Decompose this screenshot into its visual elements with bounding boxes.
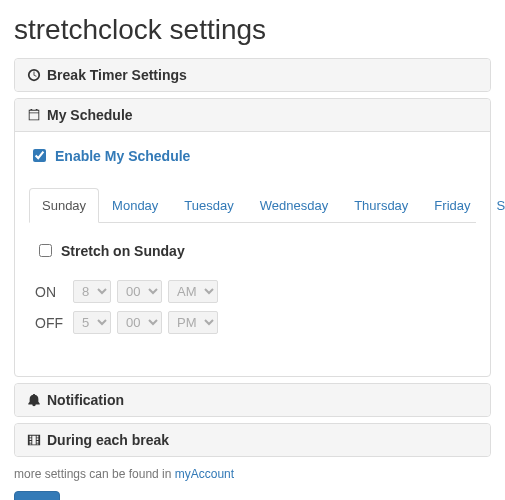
tab-tuesday[interactable]: Tuesday — [171, 188, 246, 223]
off-minute-select[interactable]: 00 — [117, 311, 162, 334]
enable-my-schedule-row[interactable]: Enable My Schedule — [29, 146, 476, 165]
panel-heading-during-break[interactable]: During each break — [15, 424, 490, 456]
panel-heading-my-schedule[interactable]: My Schedule — [15, 99, 490, 132]
ok-button[interactable]: OK — [14, 491, 60, 500]
on-label: ON — [35, 284, 67, 300]
panel-my-schedule: My Schedule Enable My Schedule Sunday Mo… — [14, 98, 491, 377]
panel-title-during-break: During each break — [47, 432, 169, 448]
panel-title-my-schedule: My Schedule — [47, 107, 133, 123]
stretch-on-day-checkbox[interactable] — [39, 244, 52, 257]
tab-sunday[interactable]: Sunday — [29, 188, 99, 223]
tab-monday[interactable]: Monday — [99, 188, 171, 223]
panel-break-timer: Break Timer Settings — [14, 58, 491, 92]
on-period-select[interactable]: AM — [168, 280, 218, 303]
footer-note-prefix: more settings can be found in — [14, 467, 175, 481]
enable-my-schedule-checkbox[interactable] — [33, 149, 46, 162]
panel-body-my-schedule: Enable My Schedule Sunday Monday Tuesday… — [15, 132, 490, 376]
tab-friday[interactable]: Friday — [421, 188, 483, 223]
tab-thursday[interactable]: Thursday — [341, 188, 421, 223]
panel-title-notification: Notification — [47, 392, 124, 408]
clock-icon — [27, 68, 41, 82]
off-hour-select[interactable]: 5 — [73, 311, 111, 334]
tab-saturday[interactable]: Saturday — [483, 188, 505, 223]
panel-title-break-timer: Break Timer Settings — [47, 67, 187, 83]
off-time-row: OFF 5 00 PM — [35, 311, 470, 334]
tab-wednesday[interactable]: Wednesday — [247, 188, 341, 223]
tab-content-sunday: Stretch on Sunday ON 8 00 AM OFF 5 00 PM — [29, 237, 476, 362]
panel-heading-notification[interactable]: Notification — [15, 384, 490, 416]
day-tabs: Sunday Monday Tuesday Wednesday Thursday… — [29, 187, 476, 223]
stretch-on-day-label: Stretch on Sunday — [61, 243, 185, 259]
page-title: stretchclock settings — [14, 14, 491, 46]
calendar-icon — [27, 108, 41, 122]
panel-notification: Notification — [14, 383, 491, 417]
on-time-row: ON 8 00 AM — [35, 280, 470, 303]
panel-during-break: During each break — [14, 423, 491, 457]
bell-icon — [27, 393, 41, 407]
footer-note: more settings can be found in myAccount — [14, 467, 491, 481]
on-hour-select[interactable]: 8 — [73, 280, 111, 303]
my-account-link[interactable]: myAccount — [175, 467, 234, 481]
film-icon — [27, 433, 41, 447]
panel-heading-break-timer[interactable]: Break Timer Settings — [15, 59, 490, 91]
off-label: OFF — [35, 315, 67, 331]
off-period-select[interactable]: PM — [168, 311, 218, 334]
on-minute-select[interactable]: 00 — [117, 280, 162, 303]
stretch-on-day-row[interactable]: Stretch on Sunday — [35, 241, 470, 260]
enable-my-schedule-label: Enable My Schedule — [55, 148, 190, 164]
